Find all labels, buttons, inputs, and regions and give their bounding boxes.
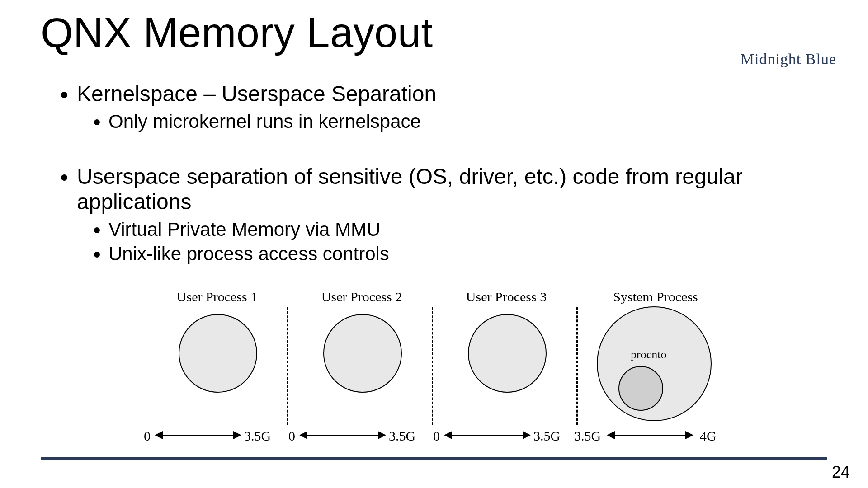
- axis-right-label: 4G: [700, 428, 717, 444]
- procnto-label: procnto: [631, 348, 666, 361]
- footer-rule: [41, 457, 827, 460]
- arrow-right-icon: [523, 431, 531, 439]
- process-circle: [179, 314, 257, 393]
- region-label: User Process 2: [294, 289, 429, 305]
- region-label: System Process: [583, 289, 728, 305]
- process-circle: [468, 314, 547, 393]
- region-divider: [576, 307, 578, 425]
- axis-right-label: 3.5G: [389, 428, 415, 444]
- procnto-circle: [618, 366, 663, 411]
- bullet-2-sub-2: Unix-like process access controls: [108, 243, 827, 265]
- axis-line: [451, 435, 524, 436]
- slide: Midnight Blue QNX Memory Layout Kernelsp…: [0, 0, 868, 488]
- bullet-list: Kernelspace – Userspace Separation Only …: [41, 81, 827, 265]
- axis-line: [307, 435, 379, 436]
- arrow-right-icon: [378, 431, 386, 439]
- bullet-2-text: Userspace separation of sensitive (OS, d…: [77, 164, 743, 213]
- bullet-1-sub-1: Only microkernel runs in kernelspace: [108, 111, 827, 132]
- bullet-1-sublist: Only microkernel runs in kernelspace: [77, 111, 827, 132]
- arrow-right-icon: [685, 431, 693, 439]
- region-axis: 0 3.5G: [294, 427, 429, 443]
- axis-line: [614, 435, 686, 436]
- axis-left-label: 0: [433, 428, 440, 444]
- bullet-1-text: Kernelspace – Userspace Separation: [77, 82, 436, 106]
- axis-left-label: 0: [288, 428, 295, 444]
- region-divider: [287, 307, 288, 425]
- region-axis: 3.5G 4G: [583, 427, 728, 443]
- moon-icon: [770, 14, 807, 50]
- axis-line: [162, 435, 234, 436]
- region-user-process-1: User Process 1 0 3.5G: [149, 289, 285, 443]
- region-axis: 0 3.5G: [439, 427, 574, 443]
- brand-logo: Midnight Blue: [741, 14, 836, 68]
- region-label: User Process 3: [439, 289, 574, 305]
- region-user-process-3: User Process 3 0 3.5G: [439, 289, 574, 443]
- region-axis: 0 3.5G: [149, 427, 285, 443]
- bullet-2: Userspace separation of sensitive (OS, d…: [77, 164, 827, 265]
- memory-diagram: User Process 1 0 3.5G User Process 2 0 3…: [149, 289, 719, 443]
- region-label: User Process 1: [149, 289, 285, 305]
- arrow-right-icon: [233, 431, 241, 439]
- axis-right-label: 3.5G: [533, 428, 560, 444]
- bullet-2-sub-1: Virtual Private Memory via MMU: [108, 219, 827, 240]
- bullet-2-sublist: Virtual Private Memory via MMU Unix-like…: [77, 219, 827, 265]
- slide-content: Kernelspace – Userspace Separation Only …: [41, 81, 827, 265]
- axis-right-label: 3.5G: [244, 428, 271, 444]
- region-user-process-2: User Process 2 0 3.5G: [294, 289, 429, 443]
- region-divider: [432, 307, 433, 425]
- axis-left-label: 0: [144, 428, 151, 444]
- page-number: 24: [832, 463, 850, 482]
- axis-left-label: 3.5G: [574, 428, 601, 444]
- region-system-process: System Process procnto 3.5G 4G: [583, 289, 728, 443]
- bullet-1: Kernelspace – Userspace Separation Only …: [77, 81, 827, 132]
- brand-name: Midnight Blue: [741, 51, 836, 68]
- slide-title: QNX Memory Layout: [41, 9, 827, 56]
- process-circle: [323, 314, 402, 393]
